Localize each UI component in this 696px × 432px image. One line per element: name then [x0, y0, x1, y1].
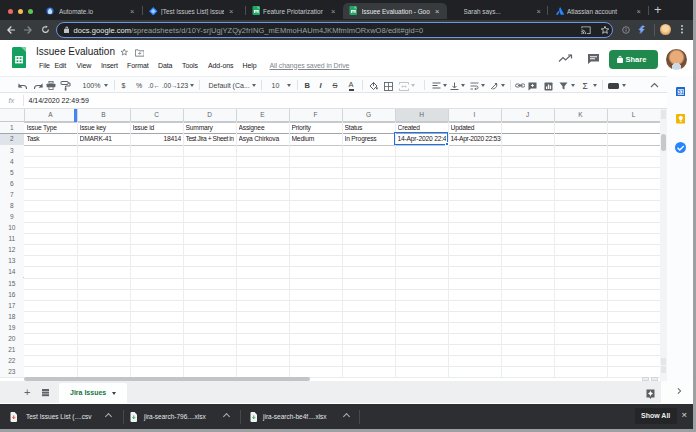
svg-text:31: 31: [677, 88, 683, 94]
